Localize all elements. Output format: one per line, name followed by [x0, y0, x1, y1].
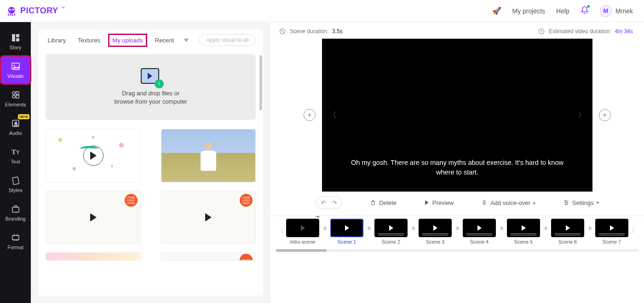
prev-scene-button[interactable]: 〈	[328, 110, 337, 121]
scrollbar[interactable]	[259, 55, 262, 111]
svg-point-7	[13, 65, 15, 66]
story-icon	[11, 33, 21, 43]
sidebar-item-story[interactable]: Story	[1, 28, 30, 55]
new-badge: NEW	[18, 114, 29, 119]
timeline-prev-button[interactable]: 〈	[276, 219, 284, 243]
user-name: Mmek	[615, 7, 633, 15]
logo[interactable]: PICTORY ™	[6, 5, 65, 17]
transition-icon[interactable]: ◈	[454, 219, 461, 237]
svg-rect-18	[484, 200, 485, 203]
chevron-down-icon: ▾	[597, 200, 599, 205]
sidebar-item-branding[interactable]: Branding	[1, 199, 30, 227]
scene-item-4[interactable]: Scene 4	[463, 219, 496, 245]
svg-rect-4	[16, 34, 19, 37]
svg-point-8	[12, 92, 15, 94]
dropzone-text: Drag and drop files or browse from your …	[115, 89, 187, 106]
scene-label: Scene 5	[514, 239, 533, 245]
tab-recent[interactable]: Recent	[153, 36, 176, 45]
briefcase-icon	[11, 204, 21, 214]
format-icon	[11, 233, 21, 243]
logo-icon	[6, 5, 17, 17]
timeline-scrollbar[interactable]	[276, 249, 638, 252]
apply-visual-all-button[interactable]: Apply visual to all	[199, 34, 256, 46]
transition-icon[interactable]: ◈	[365, 219, 373, 237]
add-scene-before-button[interactable]: +	[304, 109, 316, 121]
uploads-grid: YOURLOGOHERE YOURLOGOHERE YOUR	[38, 123, 263, 266]
logo-badge-icon: YOUR	[240, 254, 253, 261]
next-scene-button[interactable]: 〉	[578, 110, 586, 121]
upload-icon: ↑	[141, 68, 161, 87]
notifications-icon[interactable]	[581, 6, 589, 16]
svg-point-19	[565, 200, 566, 201]
scene-label: Scene 6	[558, 239, 577, 245]
settings-button[interactable]: Settings ▾	[563, 199, 599, 206]
scene-label: Scene 1	[338, 239, 356, 245]
timeline-next-button[interactable]: 〉	[630, 219, 638, 243]
scene-label: Scene 3	[426, 239, 444, 245]
tab-my-uploads[interactable]: My uploads	[110, 36, 144, 45]
transition-icon[interactable]: ◈	[321, 219, 328, 237]
favorites-icon[interactable]: ♥	[184, 36, 189, 44]
transition-icon[interactable]: ◈	[409, 219, 417, 237]
svg-point-1	[9, 8, 11, 10]
scene-label: Scene 2	[382, 239, 400, 245]
transition-icon[interactable]: ◈	[498, 219, 505, 237]
logo-text: PICTORY	[20, 6, 58, 16]
help-link[interactable]: Help	[556, 7, 569, 15]
transition-icon[interactable]: ◈	[542, 219, 549, 237]
add-scene-after-button[interactable]: +	[599, 109, 611, 121]
video-preview: 〈 〉 Oh my gosh. There are so many myths …	[322, 39, 592, 192]
upload-thumb[interactable]: YOUR	[161, 252, 256, 261]
scene-item-7[interactable]: Scene 7	[595, 219, 628, 245]
sidebar-item-elements[interactable]: Elements	[1, 85, 30, 112]
chevron-up-icon: ▴	[533, 200, 535, 205]
sidebar-item-label: Format	[7, 245, 23, 250]
text-icon: TT	[11, 147, 21, 157]
delete-button[interactable]: Delete	[370, 199, 397, 206]
user-menu[interactable]: M Mmek	[600, 5, 633, 17]
sidebar: Story Visuals Elements NEW Audio TT Text…	[0, 22, 31, 303]
my-projects-link[interactable]: My projects	[512, 7, 546, 15]
transition-icon[interactable]: ◈	[586, 219, 593, 237]
scene-duration-value: 3.5s	[332, 28, 343, 35]
logo-badge-icon: YOURLOGOHERE	[125, 194, 138, 207]
sidebar-item-audio[interactable]: NEW Audio	[1, 113, 30, 141]
upload-dropzone[interactable]: ↑ Drag and drop files or browse from you…	[46, 54, 256, 120]
upload-thumb[interactable]: YOURLOGOHERE	[46, 191, 140, 244]
undo-button[interactable]: ↶	[318, 198, 329, 208]
sidebar-item-styles[interactable]: Styles	[1, 170, 30, 198]
sidebar-item-text[interactable]: TT Text	[1, 142, 30, 169]
sidebar-item-format[interactable]: Format	[1, 227, 30, 255]
scene-item-1[interactable]: Scene 1	[330, 219, 363, 245]
logo-badge-icon: YOURLOGOHERE	[240, 194, 253, 207]
undo-redo-group: ↶ ↷	[316, 196, 342, 209]
panel-tabs: Library Textures My uploads Recent ♥	[46, 36, 188, 45]
hidden-icon: 👁	[315, 216, 321, 220]
scene-item-intro[interactable]: 👁 Intro scene	[286, 219, 319, 245]
redo-button[interactable]: ↷	[329, 198, 340, 208]
scene-timeline: 〈 👁 Intro scene ◈ Scene 1 ◈ Scene 2 ◈ Sc…	[270, 216, 644, 249]
upload-thumb[interactable]	[46, 129, 140, 182]
upgrade-icon[interactable]: 🚀	[492, 6, 501, 15]
svg-point-10	[12, 95, 15, 98]
sidebar-item-label: Branding	[6, 216, 26, 221]
svg-point-20	[567, 202, 568, 203]
voiceover-button[interactable]: Add voice-over ▴	[481, 199, 535, 206]
play-icon	[424, 200, 430, 205]
scene-item-5[interactable]: Scene 5	[507, 219, 540, 245]
tab-textures[interactable]: Textures	[76, 36, 102, 45]
upload-thumb[interactable]	[46, 252, 140, 261]
image-icon	[11, 61, 21, 71]
caption-text: Oh my gosh. There are so many myths abou…	[349, 158, 565, 178]
upload-thumb[interactable]: YOURLOGOHERE	[161, 191, 256, 244]
scene-item-2[interactable]: Scene 2	[374, 219, 408, 245]
sidebar-item-visuals[interactable]: Visuals	[1, 56, 30, 84]
scene-label: Intro scene	[290, 239, 315, 245]
sidebar-item-label: Elements	[5, 102, 26, 107]
upload-thumb[interactable]	[161, 129, 256, 182]
preview-button[interactable]: Preview	[424, 199, 454, 206]
scene-item-6[interactable]: Scene 6	[551, 219, 584, 245]
sidebar-item-label: Story	[10, 45, 22, 50]
scene-item-3[interactable]: Scene 3	[419, 219, 452, 245]
tab-library[interactable]: Library	[46, 36, 68, 45]
